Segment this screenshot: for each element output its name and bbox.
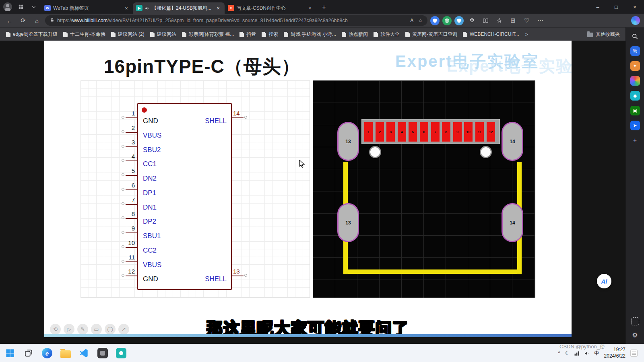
pin1-marker-dot — [142, 107, 147, 113]
sidebar-capture-icon[interactable] — [631, 317, 639, 325]
bookmark-item[interactable]: WEBENCH-CIRCUIT... — [460, 30, 522, 39]
taskbar-clock[interactable]: 19:27 2024/6/22 — [604, 347, 625, 359]
bookmark-item[interactable]: 十二生肖-本命佛 — [60, 29, 108, 39]
bookmark-item[interactable]: edge浏览器下载升级 — [3, 29, 60, 39]
page-icon — [239, 32, 244, 37]
browser-tab[interactable]: C写文章-CSDN创作中心× — [225, 2, 316, 14]
more-menu-icon[interactable]: ⋯ — [535, 15, 546, 26]
pin-wire — [232, 276, 244, 276]
bookmark-item[interactable]: 游戏 手机游戏 小游... — [281, 29, 339, 39]
maximize-button[interactable]: □ — [607, 0, 625, 14]
bookmark-item[interactable]: 热点新闻 — [339, 29, 371, 39]
read-aloud-icon[interactable]: A — [410, 18, 413, 23]
pin-label: DN2 — [143, 175, 157, 183]
sidebar-search-icon[interactable] — [630, 31, 640, 41]
taskbar-pinned-app-icon-2[interactable] — [114, 346, 128, 360]
bookmark-label: 黄历网-黄历吉日查询 — [412, 31, 457, 38]
extension-globe-icon[interactable] — [442, 16, 452, 25]
sidebar-tools-icon[interactable]: ✦ — [630, 61, 640, 71]
notification-icon[interactable] — [630, 350, 638, 357]
pin-wire — [126, 132, 137, 133]
taskbar-edge-icon[interactable]: e — [40, 346, 54, 360]
pin-wire — [126, 204, 137, 205]
edge-logo: e — [42, 348, 52, 358]
workspaces-icon[interactable] — [17, 3, 25, 11]
browser-tab[interactable]: ▶【强化篇】24-USB拓展坞...× — [133, 2, 225, 14]
pcb-pad: 11 — [475, 122, 484, 142]
desktop: WWeTab 新标签页×▶【强化篇】24-USB拓展坞...×C写文章-CSDN… — [0, 0, 644, 362]
other-favorites-button[interactable]: 其他收藏夹 — [587, 31, 622, 38]
bookmark-list: edge浏览器下载升级十二生肖-本命佛建议网站 (2)建议网站彩票网[体育彩票 … — [3, 29, 522, 39]
ai-assistant-button[interactable]: Ai — [597, 274, 611, 288]
bookmark-item[interactable]: 黄历网-黄历吉日查询 — [402, 29, 460, 39]
bookmark-label: 建议网站 — [157, 31, 176, 38]
pin-wire — [126, 146, 137, 147]
slide-watermark-echo: Expert电子实验室 — [447, 55, 572, 77]
ime-indicator[interactable]: 中 — [594, 350, 599, 357]
new-tab-button[interactable]: + — [319, 2, 329, 12]
bookmark-item[interactable]: 抖音 — [237, 29, 259, 39]
pin-wire — [126, 175, 137, 176]
tab-audio-icon[interactable] — [145, 6, 149, 10]
sidebar-bottom-icons: ⚙ — [626, 317, 644, 340]
taskbar-pinned-app-icon-1[interactable] — [96, 346, 109, 360]
sidebar-send-icon[interactable]: ➤ — [630, 121, 640, 130]
volume-icon[interactable] — [584, 351, 590, 356]
browser-essentials-icon[interactable]: ♡ — [521, 15, 532, 26]
browser-tab[interactable]: WWeTab 新标签页× — [41, 2, 133, 14]
tab-close-icon[interactable]: × — [215, 5, 221, 11]
start-button[interactable] — [3, 346, 17, 360]
bookmark-item[interactable]: 软件大全 — [371, 29, 402, 39]
extension-generic-icon[interactable] — [454, 16, 464, 25]
night-mode-icon[interactable]: ☾ — [565, 350, 570, 356]
page-icon — [463, 32, 467, 37]
page-icon — [374, 32, 378, 37]
tray-expand-icon[interactable]: ^ — [558, 350, 560, 356]
folder-logo — [60, 350, 71, 358]
profile-avatar[interactable] — [3, 2, 12, 11]
network-icon[interactable] — [574, 351, 580, 356]
minimize-button[interactable]: – — [588, 0, 607, 14]
video-player[interactable]: 16pinTYPE-C（母头） Expert电子实验室 Expert电子实验室 … — [44, 41, 572, 337]
pin-wire — [126, 189, 137, 190]
collections-icon[interactable]: ⊞ — [508, 15, 518, 26]
sidebar-settings-icon[interactable]: ⚙ — [630, 330, 640, 340]
pcb-pad-strip: 123456789101112 — [361, 119, 500, 144]
favorites-icon[interactable] — [494, 15, 505, 26]
address-bar[interactable]: https://www.bilibili.com/video/BV1At421h… — [45, 15, 427, 26]
pcb-pad: 3 — [386, 122, 395, 142]
bookmark-item[interactable]: 建议网站 — [147, 29, 179, 39]
sidebar-shopping-icon[interactable]: % — [630, 46, 640, 56]
bookmark-item[interactable]: 建议网站 (2) — [108, 29, 147, 39]
refresh-button[interactable]: ⟳ — [18, 15, 29, 26]
pin-label: CC2 — [143, 247, 157, 255]
pin-label: SBU1 — [143, 232, 161, 240]
task-view-button[interactable] — [22, 346, 35, 360]
bookmark-label: 游戏 手机游戏 小游... — [291, 31, 336, 38]
taskbar-explorer-icon[interactable] — [59, 346, 72, 360]
tab-close-icon[interactable]: × — [123, 5, 130, 11]
bookmark-label: 十二生肖-本命佛 — [70, 31, 105, 38]
close-window-button[interactable]: × — [625, 0, 644, 14]
sidebar-photos-icon[interactable] — [630, 76, 640, 86]
bookmarks-overflow-button[interactable]: > — [522, 31, 532, 37]
bookmark-item[interactable]: 彩票网[体育彩票 福... — [179, 29, 237, 39]
split-screen-icon[interactable] — [480, 15, 491, 26]
extension-shield-icon[interactable] — [430, 16, 440, 25]
tab-actions-icon[interactable] — [30, 3, 38, 11]
copilot-sidebar-icon[interactable] — [631, 16, 640, 25]
bookmark-label: WEBENCH-CIRCUIT... — [470, 31, 519, 37]
taskbar-vscode-icon[interactable] — [77, 346, 91, 360]
favorite-star-icon[interactable]: ☆ — [418, 18, 423, 23]
sidebar-games-icon[interactable]: ▣ — [630, 106, 640, 115]
bookmark-item[interactable]: 搜索 — [259, 29, 281, 39]
pcb-mounting-hole — [369, 146, 381, 158]
sidebar-designer-icon[interactable]: ◆ — [630, 91, 640, 101]
pin-wire — [126, 160, 137, 161]
sidebar-add-icon[interactable]: + — [630, 136, 640, 145]
pin-label: DN1 — [143, 204, 157, 212]
extensions-puzzle-icon[interactable] — [466, 15, 477, 26]
back-button[interactable]: ← — [4, 15, 15, 26]
home-button[interactable]: ⌂ — [31, 15, 42, 26]
tab-close-icon[interactable]: × — [307, 5, 313, 11]
